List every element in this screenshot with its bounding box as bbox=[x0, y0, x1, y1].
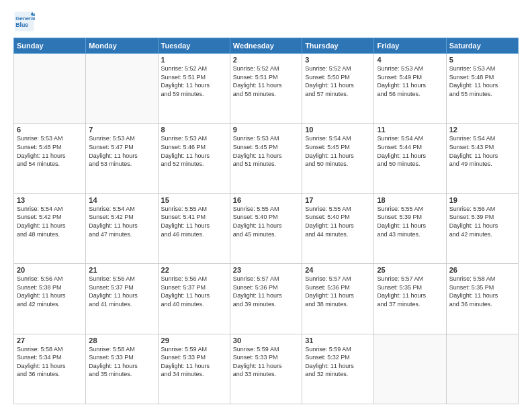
calendar-cell: 11Sunrise: 5:54 AM Sunset: 5:44 PM Dayli… bbox=[374, 124, 446, 193]
calendar-cell: 28Sunrise: 5:58 AM Sunset: 5:33 PM Dayli… bbox=[86, 334, 158, 404]
day-number: 5 bbox=[449, 56, 515, 64]
day-number: 13 bbox=[17, 196, 83, 204]
day-number: 7 bbox=[89, 126, 154, 134]
day-info: Sunrise: 5:52 AM Sunset: 5:51 PM Dayligh… bbox=[161, 64, 227, 98]
logo: General Blue bbox=[13, 11, 38, 32]
calendar-cell: 9Sunrise: 5:53 AM Sunset: 5:45 PM Daylig… bbox=[230, 124, 302, 193]
day-info: Sunrise: 5:54 AM Sunset: 5:43 PM Dayligh… bbox=[449, 134, 515, 168]
day-info: Sunrise: 5:56 AM Sunset: 5:37 PM Dayligh… bbox=[89, 275, 154, 308]
calendar-cell: 25Sunrise: 5:57 AM Sunset: 5:35 PM Dayli… bbox=[374, 264, 446, 334]
calendar-cell: 14Sunrise: 5:54 AM Sunset: 5:42 PM Dayli… bbox=[86, 193, 158, 263]
day-number: 11 bbox=[377, 126, 443, 134]
day-number: 14 bbox=[89, 196, 154, 204]
calendar-cell: 31Sunrise: 5:59 AM Sunset: 5:32 PM Dayli… bbox=[302, 334, 374, 404]
day-info: Sunrise: 5:59 AM Sunset: 5:33 PM Dayligh… bbox=[161, 345, 227, 379]
day-number: 19 bbox=[449, 196, 515, 204]
day-number: 17 bbox=[305, 196, 371, 204]
calendar-week-5: 27Sunrise: 5:58 AM Sunset: 5:34 PM Dayli… bbox=[14, 334, 519, 404]
logo-icon: General Blue bbox=[13, 11, 35, 32]
calendar-cell: 6Sunrise: 5:53 AM Sunset: 5:48 PM Daylig… bbox=[14, 124, 86, 193]
day-number: 27 bbox=[17, 336, 83, 345]
calendar-cell: 19Sunrise: 5:56 AM Sunset: 5:39 PM Dayli… bbox=[446, 193, 518, 263]
day-info: Sunrise: 5:58 AM Sunset: 5:33 PM Dayligh… bbox=[89, 345, 154, 379]
calendar-cell: 26Sunrise: 5:58 AM Sunset: 5:35 PM Dayli… bbox=[446, 264, 518, 334]
day-info: Sunrise: 5:59 AM Sunset: 5:33 PM Dayligh… bbox=[233, 345, 299, 379]
day-number: 2 bbox=[233, 56, 299, 64]
calendar-cell: 23Sunrise: 5:57 AM Sunset: 5:36 PM Dayli… bbox=[230, 264, 302, 334]
day-number: 20 bbox=[17, 266, 83, 274]
weekday-header-tuesday: Tuesday bbox=[158, 38, 230, 54]
weekday-header-friday: Friday bbox=[374, 38, 446, 54]
weekday-header-thursday: Thursday bbox=[302, 38, 374, 54]
day-number: 16 bbox=[233, 196, 299, 204]
day-number: 30 bbox=[233, 336, 299, 345]
calendar-cell: 16Sunrise: 5:55 AM Sunset: 5:40 PM Dayli… bbox=[230, 193, 302, 263]
calendar-cell: 27Sunrise: 5:58 AM Sunset: 5:34 PM Dayli… bbox=[14, 334, 86, 404]
calendar-cell bbox=[446, 334, 518, 404]
day-number: 24 bbox=[305, 266, 371, 274]
calendar-cell: 7Sunrise: 5:53 AM Sunset: 5:47 PM Daylig… bbox=[86, 124, 158, 193]
day-info: Sunrise: 5:55 AM Sunset: 5:41 PM Dayligh… bbox=[161, 205, 227, 238]
day-number: 1 bbox=[161, 56, 227, 64]
day-info: Sunrise: 5:57 AM Sunset: 5:36 PM Dayligh… bbox=[233, 275, 299, 308]
day-info: Sunrise: 5:53 AM Sunset: 5:47 PM Dayligh… bbox=[89, 134, 154, 168]
weekday-header-row: SundayMondayTuesdayWednesdayThursdayFrid… bbox=[14, 38, 519, 54]
day-number: 28 bbox=[89, 336, 154, 345]
calendar-table: SundayMondayTuesdayWednesdayThursdayFrid… bbox=[13, 38, 519, 404]
day-info: Sunrise: 5:56 AM Sunset: 5:37 PM Dayligh… bbox=[161, 275, 227, 308]
day-number: 25 bbox=[377, 266, 443, 274]
day-info: Sunrise: 5:56 AM Sunset: 5:39 PM Dayligh… bbox=[449, 205, 515, 238]
day-number: 23 bbox=[233, 266, 299, 274]
day-number: 10 bbox=[305, 126, 371, 134]
day-number: 18 bbox=[377, 196, 443, 204]
calendar-cell: 12Sunrise: 5:54 AM Sunset: 5:43 PM Dayli… bbox=[446, 124, 518, 193]
day-number: 15 bbox=[161, 196, 227, 204]
calendar-cell: 30Sunrise: 5:59 AM Sunset: 5:33 PM Dayli… bbox=[230, 334, 302, 404]
calendar-cell: 13Sunrise: 5:54 AM Sunset: 5:42 PM Dayli… bbox=[14, 193, 86, 263]
day-info: Sunrise: 5:53 AM Sunset: 5:48 PM Dayligh… bbox=[17, 134, 83, 168]
header: General Blue bbox=[13, 11, 519, 32]
day-number: 9 bbox=[233, 126, 299, 134]
day-info: Sunrise: 5:59 AM Sunset: 5:32 PM Dayligh… bbox=[305, 345, 371, 379]
day-info: Sunrise: 5:53 AM Sunset: 5:46 PM Dayligh… bbox=[161, 134, 227, 168]
calendar-cell: 21Sunrise: 5:56 AM Sunset: 5:37 PM Dayli… bbox=[86, 264, 158, 334]
day-info: Sunrise: 5:56 AM Sunset: 5:38 PM Dayligh… bbox=[17, 275, 83, 308]
day-number: 4 bbox=[377, 56, 443, 64]
day-info: Sunrise: 5:54 AM Sunset: 5:44 PM Dayligh… bbox=[377, 134, 443, 168]
calendar-cell: 20Sunrise: 5:56 AM Sunset: 5:38 PM Dayli… bbox=[14, 264, 86, 334]
calendar-cell: 3Sunrise: 5:52 AM Sunset: 5:50 PM Daylig… bbox=[302, 54, 374, 124]
day-number: 29 bbox=[161, 336, 227, 345]
calendar-cell: 1Sunrise: 5:52 AM Sunset: 5:51 PM Daylig… bbox=[158, 54, 230, 124]
day-info: Sunrise: 5:53 AM Sunset: 5:49 PM Dayligh… bbox=[377, 64, 443, 98]
calendar-cell: 22Sunrise: 5:56 AM Sunset: 5:37 PM Dayli… bbox=[158, 264, 230, 334]
calendar-week-4: 20Sunrise: 5:56 AM Sunset: 5:38 PM Dayli… bbox=[14, 264, 519, 334]
calendar-cell: 18Sunrise: 5:55 AM Sunset: 5:39 PM Dayli… bbox=[374, 193, 446, 263]
day-number: 22 bbox=[161, 266, 227, 274]
calendar-cell: 8Sunrise: 5:53 AM Sunset: 5:46 PM Daylig… bbox=[158, 124, 230, 193]
day-number: 3 bbox=[305, 56, 371, 64]
calendar-cell: 29Sunrise: 5:59 AM Sunset: 5:33 PM Dayli… bbox=[158, 334, 230, 404]
day-info: Sunrise: 5:55 AM Sunset: 5:39 PM Dayligh… bbox=[377, 205, 443, 238]
calendar-week-3: 13Sunrise: 5:54 AM Sunset: 5:42 PM Dayli… bbox=[14, 193, 519, 263]
calendar-cell: 5Sunrise: 5:53 AM Sunset: 5:48 PM Daylig… bbox=[446, 54, 518, 124]
calendar-cell: 10Sunrise: 5:54 AM Sunset: 5:45 PM Dayli… bbox=[302, 124, 374, 193]
calendar-cell: 15Sunrise: 5:55 AM Sunset: 5:41 PM Dayli… bbox=[158, 193, 230, 263]
calendar-cell: 17Sunrise: 5:55 AM Sunset: 5:40 PM Dayli… bbox=[302, 193, 374, 263]
calendar-week-2: 6Sunrise: 5:53 AM Sunset: 5:48 PM Daylig… bbox=[14, 124, 519, 193]
weekday-header-saturday: Saturday bbox=[446, 38, 518, 54]
calendar-cell: 4Sunrise: 5:53 AM Sunset: 5:49 PM Daylig… bbox=[374, 54, 446, 124]
day-info: Sunrise: 5:55 AM Sunset: 5:40 PM Dayligh… bbox=[305, 205, 371, 238]
weekday-header-wednesday: Wednesday bbox=[230, 38, 302, 54]
calendar-cell bbox=[86, 54, 158, 124]
day-info: Sunrise: 5:53 AM Sunset: 5:45 PM Dayligh… bbox=[233, 134, 299, 168]
day-info: Sunrise: 5:54 AM Sunset: 5:42 PM Dayligh… bbox=[89, 205, 154, 238]
day-info: Sunrise: 5:57 AM Sunset: 5:35 PM Dayligh… bbox=[377, 275, 443, 308]
calendar-cell bbox=[14, 54, 86, 124]
day-number: 8 bbox=[161, 126, 227, 134]
calendar-cell: 24Sunrise: 5:57 AM Sunset: 5:36 PM Dayli… bbox=[302, 264, 374, 334]
day-info: Sunrise: 5:58 AM Sunset: 5:34 PM Dayligh… bbox=[17, 345, 83, 379]
calendar-week-1: 1Sunrise: 5:52 AM Sunset: 5:51 PM Daylig… bbox=[14, 54, 519, 124]
calendar-cell: 2Sunrise: 5:52 AM Sunset: 5:51 PM Daylig… bbox=[230, 54, 302, 124]
day-info: Sunrise: 5:52 AM Sunset: 5:51 PM Dayligh… bbox=[233, 64, 299, 98]
day-number: 26 bbox=[449, 266, 515, 274]
